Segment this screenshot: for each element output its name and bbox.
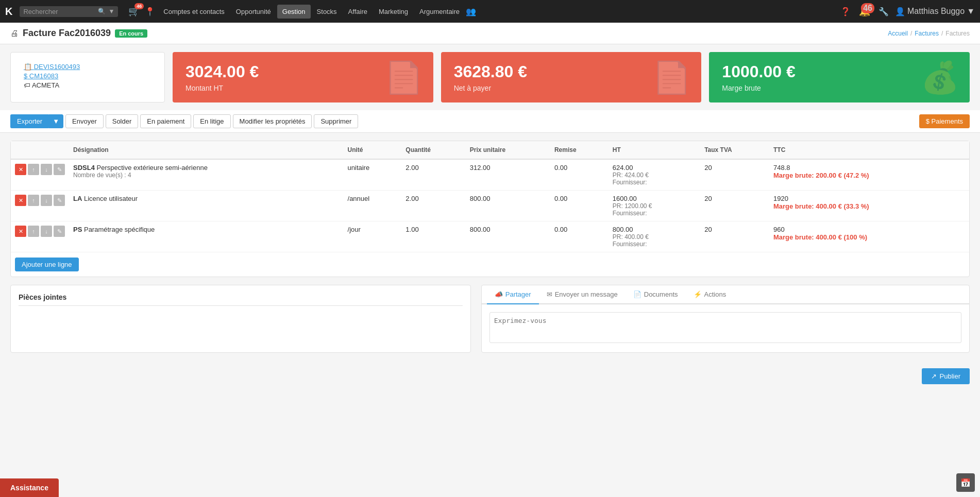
row-actions-cell: ✕ ↑ ↓ ✎: [11, 191, 69, 221]
pr-label: PR: 400.00 €: [613, 233, 696, 241]
row-remise-cell: 0.00: [550, 221, 609, 252]
col-ttc-header: TTC: [769, 141, 969, 159]
row-tva-cell: 20: [700, 191, 769, 221]
row-unite-cell: /annuel: [344, 191, 402, 221]
row-designation-cell: PS Paramétrage spécifique: [69, 221, 344, 252]
tab-envoyer-message[interactable]: ✉ Envoyer un message: [539, 285, 626, 304]
export-dropdown-button[interactable]: ▼: [48, 114, 63, 128]
solder-button[interactable]: Solder: [106, 114, 139, 128]
tab-partager[interactable]: 📣 Partager: [487, 285, 539, 304]
right-icons-area: ❓ 🔔46 🔧 👤 Matthias Buggo ▼: [840, 6, 975, 17]
row-delete-button[interactable]: ✕: [15, 164, 26, 175]
filter-icon[interactable]: ▼: [108, 8, 114, 15]
devis-link[interactable]: 📋 DEVIS1600493: [24, 63, 151, 71]
row-down-button[interactable]: ↓: [41, 195, 52, 206]
nav-gestion[interactable]: Gestion: [277, 5, 311, 19]
user-menu[interactable]: 👤 Matthias Buggo ▼: [895, 7, 975, 16]
nav-affaire[interactable]: Affaire: [343, 5, 373, 19]
paiements-button[interactable]: $ Paiements: [919, 114, 970, 128]
net-payer-card: 3628.80 € Net à payer 📄: [441, 52, 702, 102]
top-navigation: K 🔍 ▼ 🛒46 📍 Comptes et contacts Opportun…: [0, 0, 980, 23]
nav-opportunite[interactable]: Opportunité: [231, 5, 276, 19]
chat-panel: 📣 Partager ✉ Envoyer un message 📄 Docume…: [481, 285, 970, 353]
action-toolbar: Exporter ▼ Envoyer Solder En paiement En…: [0, 110, 980, 133]
nav-stocks[interactable]: Stocks: [312, 5, 342, 19]
nav-comptes[interactable]: Comptes et contacts: [158, 5, 230, 19]
stats-row: 📋 DEVIS1600493 $ CM16083 🏷 ACMETA 3024.0…: [0, 44, 980, 110]
breadcrumb-accueil[interactable]: Accueil: [888, 30, 908, 37]
product-name: Paramétrage spécifique: [84, 226, 155, 233]
montant-bg-icon: 📄: [384, 59, 423, 96]
chat-input[interactable]: [489, 312, 961, 343]
envoyer-button[interactable]: Envoyer: [65, 114, 104, 128]
documents-icon: 📄: [633, 290, 641, 298]
add-line-button[interactable]: Ajouter une ligne: [15, 258, 79, 271]
row-tva-cell: 20: [700, 159, 769, 191]
row-up-button[interactable]: ↑: [28, 164, 39, 175]
row-delete-button[interactable]: ✕: [15, 195, 26, 206]
bell-button[interactable]: 🔔46: [859, 6, 870, 17]
row-prix-cell: 312.00: [466, 159, 550, 191]
en-litige-button[interactable]: En litige: [193, 114, 230, 128]
col-unite-header: Unité: [344, 141, 402, 159]
search-input[interactable]: [23, 8, 95, 15]
wrench-icon[interactable]: 🔧: [878, 7, 889, 16]
cm-ref: CM16083: [29, 72, 58, 80]
col-tva-header: Taux TVA: [700, 141, 769, 159]
row-designation-cell: LA Licence utilisateur: [69, 191, 344, 221]
publish-button[interactable]: ↗ Publier: [922, 368, 970, 384]
col-actions-header: [11, 141, 69, 159]
row-ttc-cell: 1920 Marge brute: 400.00 € (33.3 %): [769, 191, 969, 221]
table-row: ✕ ↑ ↓ ✎ SDSL4 Perspective extérieure sem…: [11, 159, 969, 191]
cm-link[interactable]: $ CM16083: [24, 72, 151, 80]
row-up-button[interactable]: ↑: [28, 195, 39, 206]
modifier-proprietes-button[interactable]: Modifier les propriétés: [233, 114, 312, 128]
row-edit-button[interactable]: ✎: [54, 195, 65, 206]
nav-marketing[interactable]: Marketing: [374, 5, 413, 19]
en-paiement-button[interactable]: En paiement: [140, 114, 191, 128]
marge-value: Marge brute: 200.00 € (47.2 %): [773, 172, 965, 179]
ht-value: 800.00: [613, 226, 696, 233]
row-edit-button[interactable]: ✎: [54, 164, 65, 175]
row-prix-cell: 800.00: [466, 221, 550, 252]
page-title: Facture Fac2016039: [23, 28, 111, 39]
notifications-cart-button[interactable]: 🛒46: [128, 6, 140, 17]
export-main-button[interactable]: Exporter: [10, 114, 48, 128]
product-name: Perspective extérieure semi-aérienne: [97, 164, 208, 172]
ht-value: 624.00: [613, 164, 696, 172]
row-remise-cell: 0.00: [550, 159, 609, 191]
table-row: ✕ ↑ ↓ ✎ LA Licence utilisateur /annuel 2…: [11, 191, 969, 221]
row-unite-cell: unitaire: [344, 159, 402, 191]
page-header: 🖨 Facture Fac2016039 En cours Accueil / …: [0, 23, 980, 44]
row-edit-button[interactable]: ✎: [54, 226, 65, 237]
row-down-button[interactable]: ↓: [41, 164, 52, 175]
row-delete-button[interactable]: ✕: [15, 226, 26, 237]
breadcrumb-factures1[interactable]: Factures: [915, 30, 939, 37]
col-designation-header: Désignation: [69, 141, 344, 159]
help-icon[interactable]: ❓: [840, 7, 851, 16]
row-quantite-cell: 2.00: [401, 159, 465, 191]
breadcrumb-sep1: /: [910, 30, 912, 37]
row-down-button[interactable]: ↓: [41, 226, 52, 237]
row-action-buttons: ✕ ↑ ↓ ✎: [15, 226, 65, 237]
col-quantite-header: Quantité: [401, 141, 465, 159]
tab-actions[interactable]: ⚡ Actions: [686, 285, 734, 304]
row-up-button[interactable]: ↑: [28, 226, 39, 237]
chat-content-area: [482, 304, 969, 352]
main-navigation: Comptes et contacts Opportunité Gestion …: [158, 5, 837, 19]
add-line-row: Ajouter une ligne: [11, 252, 969, 277]
more-icon[interactable]: 👥: [466, 7, 476, 16]
title-area: 🖨 Facture Fac2016039 En cours: [10, 28, 147, 39]
row-ht-cell: 800.00 PR: 400.00 € Fournisseur:: [609, 221, 700, 252]
product-code: PS: [73, 226, 82, 233]
montant-ht-card: 3024.00 € Montant HT 📄: [173, 52, 433, 102]
row-actions-cell: ✕ ↑ ↓ ✎: [11, 159, 69, 191]
user-name: Matthias Buggo: [907, 7, 965, 16]
supprimer-button[interactable]: Supprimer: [314, 114, 358, 128]
tab-documents[interactable]: 📄 Documents: [626, 285, 686, 304]
marge-value: Marge brute: 400.00 € (100 %): [773, 233, 965, 241]
nav-argumentaire[interactable]: Argumentaire: [414, 5, 465, 19]
logo-icon[interactable]: K: [5, 6, 12, 18]
user-dropdown-icon: ▼: [967, 7, 975, 16]
invoice-icon: 🖨: [10, 29, 19, 38]
